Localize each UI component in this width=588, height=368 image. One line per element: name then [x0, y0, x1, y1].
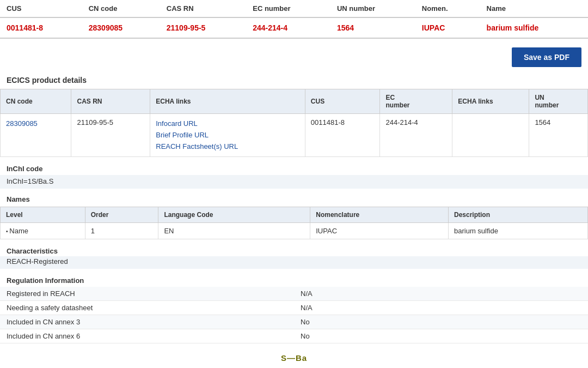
reg-row-value: No	[294, 315, 588, 329]
names-col-nomenclature: Nomenclature	[310, 207, 449, 223]
characteristics-label: Characteristics	[0, 244, 588, 256]
ecics-echa-links2-value	[452, 114, 529, 157]
inchi-value: InChI=1S/Ba.S	[0, 175, 588, 189]
names-col-description: Description	[448, 207, 587, 223]
ecics-details-table: CN code CAS RN ECHA links CUS ECnumber E…	[0, 89, 588, 157]
reg-row-label: Registered in REACH	[0, 287, 294, 301]
ecics-col-cas-rn: CAS RN	[71, 89, 150, 114]
header-name-value: barium sulfide	[480, 17, 588, 38]
names-col-language-code: Language Code	[158, 207, 310, 223]
characteristics-section: Characteristics REACH-Registered	[0, 244, 588, 269]
reg-row-label: Included in CN annex 6	[0, 329, 294, 343]
header-table: CUS CN code CAS RN EC number UN number N…	[0, 0, 588, 39]
inchi-section: InChI code InChI=1S/Ba.S	[0, 162, 588, 189]
inchi-label: InChI code	[0, 162, 588, 175]
regulation-row: Registered in REACHN/A	[0, 287, 588, 301]
header-col-un-number: UN number	[330, 0, 415, 17]
reg-row-value: N/A	[294, 301, 588, 315]
brief-profile-url-link[interactable]: Brief Profile URL	[156, 130, 299, 141]
ecics-col-echa-links2: ECHA links	[452, 89, 529, 114]
regulation-label: Regulation Information	[0, 273, 588, 287]
header-un-number-value: 1564	[330, 17, 415, 38]
header-cn-code-value: 28309085	[82, 17, 160, 38]
chem-structure-display: S—Ba	[281, 353, 307, 363]
reg-row-label: Included in CN annex 3	[0, 315, 294, 329]
infocard-url-link[interactable]: Infocard URL	[156, 118, 299, 130]
characteristics-value: REACH-Registered	[0, 256, 588, 269]
header-cus-value: 0011481-8	[0, 17, 82, 38]
ecics-data-row: 28309085 21109-95-5 Infocard URL Brief P…	[1, 114, 588, 157]
reg-row-value: N/A	[294, 287, 588, 301]
header-col-name: Name	[480, 0, 588, 17]
regulation-section: Regulation Information Registered in REA…	[0, 273, 588, 343]
reg-row-value: No	[294, 329, 588, 343]
header-col-ec-number: EC number	[246, 0, 330, 17]
names-section: Names Level Order Language Code Nomencla…	[0, 193, 588, 239]
pdf-button-row: Save as PDF	[0, 39, 588, 73]
names-data-row: • Name 1 EN IUPAC barium sulfide	[1, 223, 588, 239]
names-col-level: Level	[1, 207, 85, 223]
ecics-section-title: ECICS product details	[0, 73, 588, 89]
ecics-col-cn-code: CN code	[1, 89, 71, 114]
names-label: Names	[0, 193, 588, 207]
header-ec-number-value: 244-214-4	[246, 17, 330, 38]
header-nomen-value: IUPAC	[415, 17, 480, 38]
ecics-col-echa-links: ECHA links	[150, 89, 305, 114]
reach-factsheet-url-link[interactable]: REACH Factsheet(s) URL	[156, 141, 299, 153]
reg-row-label: Needing a safety datasheet	[0, 301, 294, 315]
names-table: Level Order Language Code Nomenclature D…	[0, 207, 588, 239]
names-language-code-value: EN	[158, 223, 310, 239]
ecics-col-cus: CUS	[305, 89, 380, 114]
ecics-col-ec-number: ECnumber	[380, 89, 452, 114]
regulation-row: Included in CN annex 6No	[0, 329, 588, 343]
regulation-row: Included in CN annex 3No	[0, 315, 588, 329]
header-col-cas-rn: CAS RN	[160, 0, 246, 17]
names-description-value: barium sulfide	[448, 223, 587, 239]
ecics-cn-code-value[interactable]: 28309085	[1, 114, 71, 157]
header-col-cus: CUS	[0, 0, 82, 17]
names-level-text: Name	[9, 227, 28, 235]
cn-code-link[interactable]: 28309085	[6, 118, 65, 130]
names-col-order: Order	[85, 207, 158, 223]
ecics-ec-number-value: 244-214-4	[380, 114, 452, 157]
header-data-row: 0011481-8 28309085 21109-95-5 244-214-4 …	[0, 17, 588, 38]
ecics-cus-value: 0011481-8	[305, 114, 380, 157]
header-cas-rn-value: 21109-95-5	[160, 17, 246, 38]
ecics-echa-links-value[interactable]: Infocard URL Brief Profile URL REACH Fac…	[150, 114, 305, 157]
header-col-cn-code: CN code	[82, 0, 160, 17]
ecics-cas-rn-value: 21109-95-5	[71, 114, 150, 157]
chemical-structure: S—Ba	[0, 343, 588, 368]
header-col-nomen: Nomen.	[415, 0, 480, 17]
names-level-value: • Name	[1, 223, 85, 239]
regulation-table: Registered in REACHN/ANeeding a safety d…	[0, 287, 588, 343]
names-order-value: 1	[85, 223, 158, 239]
regulation-row: Needing a safety datasheetN/A	[0, 301, 588, 315]
names-nomenclature-value: IUPAC	[310, 223, 449, 239]
ecics-col-un-number: UNnumber	[529, 89, 588, 114]
ecics-un-number-value: 1564	[529, 114, 588, 157]
save-as-pdf-button[interactable]: Save as PDF	[512, 47, 581, 67]
